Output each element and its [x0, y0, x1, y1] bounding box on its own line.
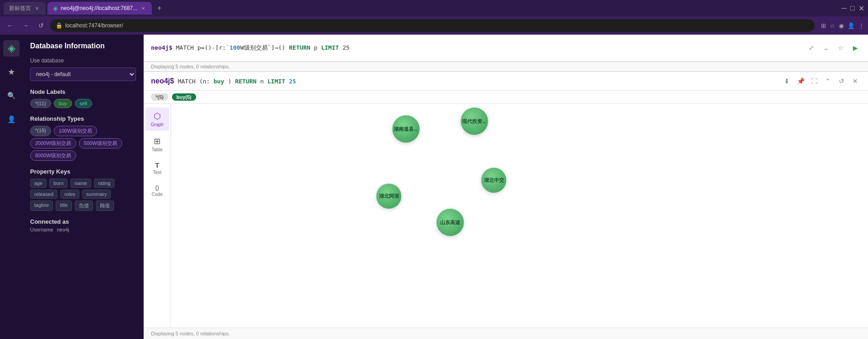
- view-text-button[interactable]: T Text: [146, 158, 169, 179]
- graph-node-n5[interactable]: 山东高速: [437, 209, 464, 236]
- extension-icon[interactable]: ◉: [839, 22, 844, 29]
- graph-node-n3[interactable]: 湖北中交: [481, 168, 506, 193]
- graph-icon: ⬡: [154, 111, 161, 121]
- top-query-prompt: neo4j$: [151, 44, 172, 51]
- pin-result-button[interactable]: 📌: [795, 76, 806, 87]
- prop-key-title[interactable]: title: [56, 200, 72, 211]
- top-query-w: W级别交易`]→(): [240, 44, 289, 51]
- query-result-row: ⬡ Graph ⊞ Table T Text {} Code: [144, 104, 868, 328]
- rel-type-100w[interactable]: 100W级别交易: [54, 126, 97, 136]
- active-query-panel: neo4j$ MATCH (n:buy) RETURN n LIMIT 25 ⬇…: [144, 72, 868, 339]
- top-query-limit: LIMIT: [321, 44, 339, 51]
- close-result-button[interactable]: ✕: [850, 76, 861, 87]
- top-query-match: MATCH p=()-[r:: [176, 44, 226, 51]
- node-label-all[interactable]: *(11): [30, 99, 51, 108]
- graph-node-n2[interactable]: 现代投资...: [461, 108, 488, 135]
- expand-top-query-button[interactable]: ⤢: [806, 42, 817, 53]
- address-bar-icons: ⊞ ☆ ◉ 👤 ⋮: [821, 22, 864, 29]
- back-button[interactable]: ←: [4, 19, 16, 32]
- browser-chrome: 新标签页 ✕ ◈ neo4j@neo4j://localhost:7687...…: [0, 0, 868, 35]
- prop-key-name[interactable]: name: [70, 179, 91, 188]
- collapse-top-query-button[interactable]: ⌄: [821, 42, 832, 53]
- content-area: neo4j$ MATCH p=()-[r:`100W级别交易`]→() RETU…: [144, 35, 868, 339]
- tab-close-neo4j[interactable]: ✕: [140, 5, 146, 11]
- active-query-prompt: neo4j$: [151, 77, 174, 85]
- prop-key-tagline[interactable]: tagline: [30, 200, 53, 211]
- relationship-types-row: *(19) 100W级别交易: [30, 126, 136, 136]
- translate-icon[interactable]: ⊞: [821, 22, 826, 29]
- connected-row: Username neo4j: [30, 227, 136, 232]
- refresh-button[interactable]: ↺: [35, 19, 47, 32]
- node-label-sell[interactable]: sell: [75, 99, 93, 108]
- sidebar-icon-favorites[interactable]: ★: [3, 64, 20, 80]
- tab-neo4j[interactable]: ◈ neo4j@neo4j://localhost:7687... ✕: [47, 2, 152, 15]
- main-layout: ◈ ★ 🔍 👤 Database Information Use databas…: [0, 35, 868, 339]
- profile-icon[interactable]: 👤: [847, 22, 855, 29]
- username-value: neo4j: [57, 227, 69, 232]
- prop-key-summary[interactable]: summary: [82, 190, 111, 199]
- result-badge-buy[interactable]: buy(5): [172, 93, 196, 101]
- prop-key-age[interactable]: age: [30, 179, 47, 188]
- download-result-button[interactable]: ⬇: [781, 76, 792, 87]
- code-icon: {}: [155, 184, 159, 191]
- menu-icon[interactable]: ⋮: [858, 22, 864, 29]
- prop-key-born[interactable]: born: [49, 179, 68, 188]
- relationship-types-row3: 8000W级别交易: [30, 150, 136, 161]
- node-labels-row: *(11) buy sell: [30, 99, 136, 108]
- prop-key-fuzhai[interactable]: 负债: [75, 200, 93, 211]
- maximize-button[interactable]: □: [850, 4, 855, 12]
- node-labels-title: Node Labels: [30, 88, 136, 95]
- graph-area[interactable]: 湖南道县...现代投资...湖北中交湖北阿深山东高速: [171, 104, 868, 328]
- text-label: Text: [153, 170, 161, 175]
- sidebar-icon-logo[interactable]: ◈: [3, 40, 20, 56]
- active-query-header: neo4j$ MATCH (n:buy) RETURN n LIMIT 25 ⬇…: [144, 72, 868, 91]
- view-table-button[interactable]: ⊞ Table: [146, 133, 169, 156]
- rel-type-all[interactable]: *(19): [30, 126, 51, 136]
- view-graph-button[interactable]: ⬡ Graph: [146, 108, 169, 131]
- tab-close-newtab[interactable]: ✕: [34, 5, 40, 11]
- node-label-buy[interactable]: buy: [54, 99, 72, 108]
- bottom-status: Displaying 5 nodes, 0 relationships.: [144, 328, 868, 339]
- text-icon: T: [155, 161, 159, 169]
- bookmark-icon[interactable]: ☆: [830, 22, 835, 29]
- code-label: Code: [152, 192, 163, 197]
- rel-type-8000w[interactable]: 8000W级别交易: [30, 150, 76, 161]
- scroll-up-button[interactable]: ⌃: [822, 76, 833, 87]
- prop-key-guzhi[interactable]: 顾值: [96, 200, 114, 211]
- sidebar-icons: ◈ ★ 🔍 👤: [0, 35, 23, 339]
- tab-newtab[interactable]: 新标签页 ✕: [4, 2, 46, 15]
- view-code-button[interactable]: {} Code: [146, 180, 169, 200]
- result-toolbar: ⬡ Graph ⊞ Table T Text {} Code: [144, 104, 171, 328]
- db-panel: Database Information Use database neo4j …: [23, 35, 144, 339]
- minimize-button[interactable]: ─: [842, 4, 847, 12]
- sidebar-icon-search[interactable]: 🔍: [3, 87, 20, 104]
- database-select[interactable]: neo4j - default: [30, 67, 136, 81]
- star-top-query-button[interactable]: ☆: [835, 42, 846, 53]
- table-label: Table: [152, 147, 163, 152]
- active-query-return-part: ): [228, 78, 232, 85]
- top-query-return: RETURN: [289, 44, 310, 51]
- result-badge-all[interactable]: *(5): [151, 93, 168, 101]
- graph-node-n1[interactable]: 湖南道县...: [392, 115, 420, 143]
- top-query-100: 100: [229, 44, 240, 51]
- active-query-match: MATCH (n:: [178, 78, 210, 85]
- run-top-query-button[interactable]: ▶: [850, 42, 861, 53]
- new-tab-button[interactable]: +: [154, 3, 165, 14]
- db-panel-title: Database Information: [30, 42, 136, 50]
- prop-key-roles[interactable]: roles: [60, 190, 79, 199]
- rel-type-500w[interactable]: 500W级别交易: [79, 138, 122, 149]
- query-panel-top: neo4j$ MATCH p=()-[r:`100W级别交易`]→() RETU…: [144, 35, 868, 62]
- url-text: localhost:7474/browser/: [65, 22, 123, 29]
- refresh-result-button[interactable]: ↺: [836, 76, 847, 87]
- forward-button[interactable]: →: [19, 19, 32, 32]
- rel-type-2000w[interactable]: 2000W级别交易: [30, 138, 76, 149]
- property-keys-row: age born name rating: [30, 179, 136, 188]
- sidebar-icon-user[interactable]: 👤: [3, 111, 20, 128]
- prop-key-rating[interactable]: rating: [94, 179, 115, 188]
- graph-node-n4[interactable]: 湖北阿深: [376, 184, 401, 209]
- close-window-button[interactable]: ✕: [858, 4, 864, 13]
- use-database-label: Use database: [30, 57, 136, 64]
- prop-key-released[interactable]: released: [30, 190, 57, 199]
- fullscreen-result-button[interactable]: ⛶: [809, 76, 820, 87]
- address-bar[interactable]: 🔒 localhost:7474/browser/: [50, 19, 815, 32]
